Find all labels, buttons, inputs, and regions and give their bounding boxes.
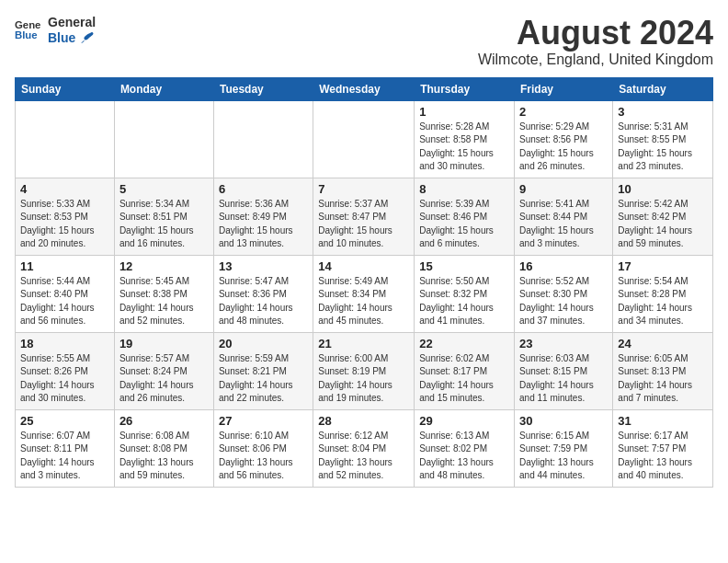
header-friday: Friday [515,77,613,100]
calendar-cell: 15Sunrise: 5:50 AMSunset: 8:32 PMDayligh… [415,255,515,332]
day-number: 10 [618,182,708,196]
day-number: 30 [519,414,608,428]
header-sunday: Sunday [16,77,115,100]
header-monday: Monday [114,77,213,100]
calendar-cell: 18Sunrise: 5:55 AMSunset: 8:26 PMDayligh… [16,332,115,409]
calendar-cell [213,100,313,178]
day-number: 26 [119,414,209,428]
calendar-cell: 21Sunrise: 6:00 AMSunset: 8:19 PMDayligh… [313,332,415,409]
calendar-cell: 11Sunrise: 5:44 AMSunset: 8:40 PMDayligh… [16,255,115,332]
day-info: Sunrise: 6:00 AMSunset: 8:19 PMDaylight:… [318,352,409,406]
calendar-cell [313,100,415,178]
logo-general: General [48,15,96,29]
day-number: 12 [119,259,209,273]
day-info: Sunrise: 5:31 AMSunset: 8:55 PMDaylight:… [618,121,708,174]
calendar-week-row: 18Sunrise: 5:55 AMSunset: 8:26 PMDayligh… [16,332,713,409]
calendar-cell: 6Sunrise: 5:36 AMSunset: 8:49 PMDaylight… [213,178,313,255]
day-info: Sunrise: 5:45 AMSunset: 8:38 PMDaylight:… [119,275,209,328]
day-info: Sunrise: 6:08 AMSunset: 8:08 PMDaylight:… [119,430,209,483]
day-number: 13 [219,259,308,273]
day-info: Sunrise: 5:57 AMSunset: 8:24 PMDaylight:… [119,352,209,406]
day-info: Sunrise: 6:12 AMSunset: 8:04 PMDaylight:… [318,430,409,483]
day-number: 24 [618,337,708,350]
calendar-cell: 26Sunrise: 6:08 AMSunset: 8:08 PMDayligh… [114,409,213,487]
day-number: 1 [419,105,509,119]
day-info: Sunrise: 5:29 AMSunset: 8:56 PMDaylight:… [519,121,608,174]
calendar-week-row: 11Sunrise: 5:44 AMSunset: 8:40 PMDayligh… [16,255,713,332]
header-saturday: Saturday [613,77,713,100]
day-info: Sunrise: 6:03 AMSunset: 8:15 PMDaylight:… [519,352,608,406]
svg-text:Blue: Blue [15,29,38,40]
calendar-cell [114,100,213,178]
day-info: Sunrise: 6:10 AMSunset: 8:06 PMDaylight:… [219,430,308,483]
calendar-cell: 16Sunrise: 5:52 AMSunset: 8:30 PMDayligh… [515,255,613,332]
calendar-cell: 22Sunrise: 6:02 AMSunset: 8:17 PMDayligh… [415,332,515,409]
calendar-cell: 7Sunrise: 5:37 AMSunset: 8:47 PMDaylight… [313,178,415,255]
title-block: August 2024 Wilmcote, England, United Ki… [478,15,713,68]
calendar-week-row: 4Sunrise: 5:33 AMSunset: 8:53 PMDaylight… [16,178,713,255]
calendar-cell: 8Sunrise: 5:39 AMSunset: 8:46 PMDaylight… [415,178,515,255]
day-number: 21 [318,337,409,350]
day-info: Sunrise: 5:55 AMSunset: 8:26 PMDaylight:… [20,352,109,406]
day-info: Sunrise: 5:52 AMSunset: 8:30 PMDaylight:… [519,275,608,328]
calendar-cell: 13Sunrise: 5:47 AMSunset: 8:36 PMDayligh… [213,255,313,332]
day-number: 23 [519,337,608,350]
calendar-week-row: 25Sunrise: 6:07 AMSunset: 8:11 PMDayligh… [16,409,713,487]
calendar-header-row: SundayMondayTuesdayWednesdayThursdayFrid… [16,77,713,100]
day-number: 17 [618,259,708,273]
day-number: 2 [519,105,608,119]
day-number: 20 [219,337,308,350]
logo-blue: Blue [48,29,96,46]
day-number: 15 [419,259,509,273]
day-info: Sunrise: 6:05 AMSunset: 8:13 PMDaylight:… [618,352,708,406]
calendar-cell: 27Sunrise: 6:10 AMSunset: 8:06 PMDayligh… [213,409,313,487]
day-info: Sunrise: 5:28 AMSunset: 8:58 PMDaylight:… [419,121,509,174]
page-header: General Blue General Blue August 2024 Wi… [15,15,713,68]
calendar-cell: 10Sunrise: 5:42 AMSunset: 8:42 PMDayligh… [613,178,713,255]
day-number: 14 [318,259,409,273]
day-info: Sunrise: 6:15 AMSunset: 7:59 PMDaylight:… [519,430,608,483]
day-info: Sunrise: 5:34 AMSunset: 8:51 PMDaylight:… [119,198,209,251]
calendar-cell: 31Sunrise: 6:17 AMSunset: 7:57 PMDayligh… [613,409,713,487]
calendar-cell: 25Sunrise: 6:07 AMSunset: 8:11 PMDayligh… [16,409,115,487]
day-number: 18 [20,337,109,350]
calendar-cell: 9Sunrise: 5:41 AMSunset: 8:44 PMDaylight… [515,178,613,255]
calendar-cell: 19Sunrise: 5:57 AMSunset: 8:24 PMDayligh… [114,332,213,409]
day-number: 19 [119,337,209,350]
calendar-cell: 23Sunrise: 6:03 AMSunset: 8:15 PMDayligh… [515,332,613,409]
day-info: Sunrise: 5:37 AMSunset: 8:47 PMDaylight:… [318,198,409,251]
calendar-cell: 4Sunrise: 5:33 AMSunset: 8:53 PMDaylight… [16,178,115,255]
day-number: 29 [419,414,509,428]
logo-icon: General Blue [15,17,40,43]
calendar-cell: 12Sunrise: 5:45 AMSunset: 8:38 PMDayligh… [114,255,213,332]
day-info: Sunrise: 5:49 AMSunset: 8:34 PMDaylight:… [318,275,409,328]
day-info: Sunrise: 6:02 AMSunset: 8:17 PMDaylight:… [419,352,509,406]
day-info: Sunrise: 5:50 AMSunset: 8:32 PMDaylight:… [419,275,509,328]
day-info: Sunrise: 5:36 AMSunset: 8:49 PMDaylight:… [219,198,308,251]
calendar-cell: 17Sunrise: 5:54 AMSunset: 8:28 PMDayligh… [613,255,713,332]
day-number: 6 [219,182,308,196]
header-wednesday: Wednesday [313,77,415,100]
day-info: Sunrise: 5:41 AMSunset: 8:44 PMDaylight:… [519,198,608,251]
day-number: 3 [618,105,708,119]
logo: General Blue General Blue [15,15,96,46]
day-info: Sunrise: 5:47 AMSunset: 8:36 PMDaylight:… [219,275,308,328]
day-number: 16 [519,259,608,273]
calendar-table: SundayMondayTuesdayWednesdayThursdayFrid… [15,77,713,488]
day-info: Sunrise: 6:17 AMSunset: 7:57 PMDaylight:… [618,430,708,483]
calendar-cell: 5Sunrise: 5:34 AMSunset: 8:51 PMDaylight… [114,178,213,255]
day-number: 27 [219,414,308,428]
day-info: Sunrise: 5:54 AMSunset: 8:28 PMDaylight:… [618,275,708,328]
calendar-week-row: 1Sunrise: 5:28 AMSunset: 8:58 PMDaylight… [16,100,713,178]
day-info: Sunrise: 6:07 AMSunset: 8:11 PMDaylight:… [20,430,109,483]
day-number: 31 [618,414,708,428]
calendar-cell: 1Sunrise: 5:28 AMSunset: 8:58 PMDaylight… [415,100,515,178]
calendar-cell [16,100,115,178]
calendar-cell: 20Sunrise: 5:59 AMSunset: 8:21 PMDayligh… [213,332,313,409]
day-info: Sunrise: 5:59 AMSunset: 8:21 PMDaylight:… [219,352,308,406]
day-info: Sunrise: 5:39 AMSunset: 8:46 PMDaylight:… [419,198,509,251]
day-number: 7 [318,182,409,196]
day-number: 28 [318,414,409,428]
day-number: 22 [419,337,509,350]
day-number: 9 [519,182,608,196]
